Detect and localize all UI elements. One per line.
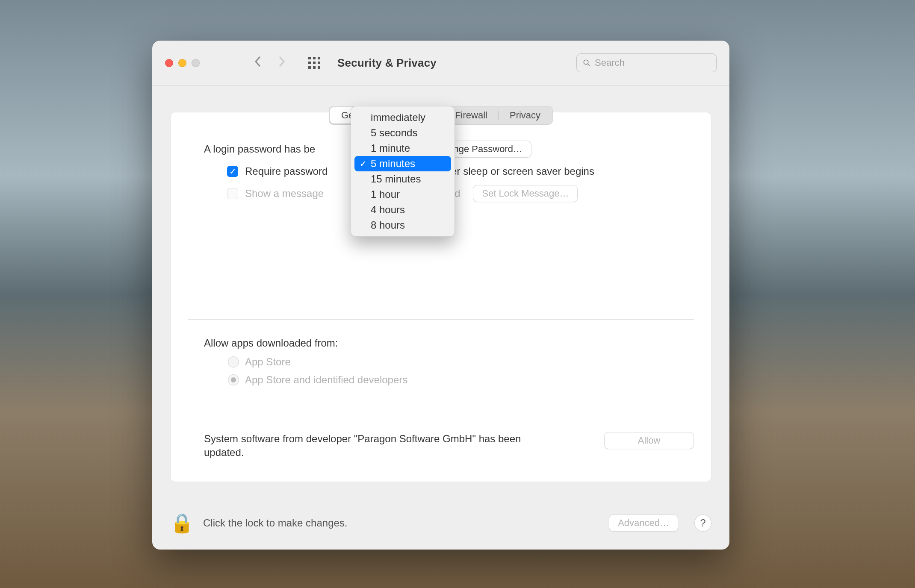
bottom-bar: 🔒 Click the lock to make changes. Advanc… (170, 514, 711, 532)
allow-apps-label: Allow apps downloaded from: (204, 337, 678, 349)
dropdown-option-label: 1 minute (371, 142, 410, 154)
divider (188, 319, 694, 320)
radio-appstore (228, 356, 239, 368)
forward-button[interactable] (277, 55, 286, 71)
dropdown-option[interactable]: ✓1 hour (354, 187, 451, 202)
radio-appstore-row: App Store (228, 356, 678, 368)
dropdown-option[interactable]: ✓1 minute (354, 141, 451, 156)
dropdown-option-label: 15 minutes (371, 173, 421, 185)
dropdown-option[interactable]: ✓8 hours (354, 218, 451, 233)
search-field[interactable] (576, 53, 717, 72)
lock-text: Click the lock to make changes. (203, 517, 348, 529)
radio-identified-label: App Store and identified developers (245, 374, 407, 386)
show-message-label: Show a message (245, 188, 324, 200)
search-input[interactable] (595, 57, 710, 68)
system-software-row: System software from developer "Paragon … (204, 432, 694, 460)
require-password-checkbox[interactable]: ✓ (227, 166, 238, 177)
set-lock-message-button: Set Lock Message… (473, 185, 578, 202)
dropdown-option-label: 4 hours (371, 204, 405, 216)
dropdown-option-label: 8 hours (371, 219, 405, 231)
system-software-message: System software from developer "Paragon … (204, 432, 542, 460)
dropdown-option[interactable]: ✓5 seconds (354, 125, 451, 141)
dropdown-option[interactable]: ✓15 minutes (354, 171, 451, 187)
dropdown-option[interactable]: ✓4 hours (354, 202, 451, 218)
radio-appstore-label: App Store (245, 356, 291, 368)
content-area: A login password has be Change Password…… (152, 85, 729, 550)
require-password-suffix: after sleep or screen saver begins (440, 165, 594, 177)
preferences-window: Security & Privacy A login password has … (152, 41, 729, 550)
tab-privacy[interactable]: Privacy (499, 107, 552, 123)
delay-dropdown-menu[interactable]: ✓immediately✓5 seconds✓1 minute✓5 minute… (351, 106, 455, 237)
back-button[interactable] (254, 55, 262, 71)
advanced-button[interactable]: Advanced… (609, 514, 678, 532)
dropdown-option-label: 5 seconds (371, 127, 417, 139)
dropdown-option-label: 5 minutes (371, 158, 415, 170)
allow-button: Allow (604, 432, 694, 449)
minimize-window-button[interactable] (178, 59, 186, 67)
help-button[interactable]: ? (694, 514, 711, 532)
check-icon: ✓ (359, 159, 367, 169)
dropdown-option-label: immediately (371, 112, 425, 123)
search-icon (583, 59, 590, 67)
show-all-icon[interactable] (308, 57, 320, 69)
titlebar: Security & Privacy (152, 41, 729, 85)
close-window-button[interactable] (165, 59, 173, 67)
lock-icon[interactable]: 🔒 (170, 514, 194, 532)
radio-identified (228, 374, 239, 385)
require-password-label: Require password (245, 165, 328, 177)
zoom-window-button[interactable] (192, 59, 200, 67)
traffic-lights (165, 59, 200, 67)
dropdown-option-label: 1 hour (371, 188, 400, 200)
login-password-text: A login password has be (204, 143, 315, 155)
dropdown-option[interactable]: ✓5 minutes (354, 156, 451, 171)
nav-buttons (254, 55, 286, 71)
show-message-checkbox (227, 188, 238, 199)
allow-apps-section: Allow apps downloaded from: App Store Ap… (204, 337, 678, 386)
svg-line-1 (587, 64, 590, 66)
dropdown-option[interactable]: ✓immediately (354, 110, 451, 125)
radio-identified-row: App Store and identified developers (228, 374, 678, 386)
window-title: Security & Privacy (337, 56, 437, 70)
